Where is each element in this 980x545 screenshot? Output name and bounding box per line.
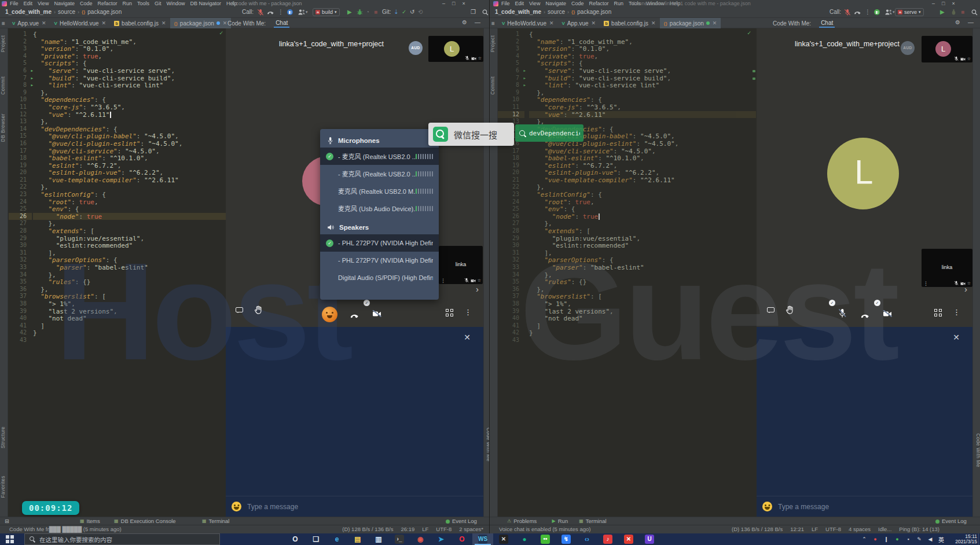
- code-line-37[interactable]: "browserslist": [: [33, 293, 226, 300]
- taskbar-app-fleet[interactable]: ✕: [493, 533, 514, 545]
- code-line-1[interactable]: {: [33, 31, 226, 38]
- microphone-option-4[interactable]: 麦克风 (Usb Audio Device)...: [320, 200, 439, 217]
- code-line-13[interactable]: },: [33, 118, 226, 126]
- device-select-badge[interactable]: ✓: [829, 300, 835, 306]
- code-line-26[interactable]: "node": true: [33, 213, 226, 220]
- gutter-line-20[interactable]: 20: [498, 169, 524, 176]
- camera-off-icon[interactable]: [960, 57, 966, 61]
- tab-close-icon[interactable]: ✕: [42, 20, 46, 26]
- gutter-line-39[interactable]: 39: [498, 308, 524, 315]
- code-line-6[interactable]: "serve": "vue-cli-service serve",: [33, 67, 226, 75]
- menu-refactor[interactable]: Refactor: [589, 0, 608, 7]
- code-line-22[interactable]: },: [33, 183, 226, 191]
- code-line-35[interactable]: "rules": {}: [529, 278, 756, 286]
- gutter-line-25[interactable]: 25: [9, 205, 32, 213]
- code-line-5[interactable]: "scripts": {: [33, 60, 226, 67]
- stop-button[interactable]: ■: [961, 7, 969, 17]
- tab-app-vue[interactable]: VApp.vue✕: [558, 18, 600, 28]
- raise-hand-button[interactable]: [254, 305, 263, 318]
- taskbar-app-chrome[interactable]: ◉: [410, 533, 431, 545]
- gutter-line-12[interactable]: 12: [498, 111, 524, 119]
- tab-close-icon[interactable]: ✕: [592, 20, 596, 26]
- camera-off-icon[interactable]: [471, 278, 476, 283]
- gutter-line-6[interactable]: 6▶: [9, 67, 32, 75]
- gutter-line-5[interactable]: 5: [9, 60, 32, 67]
- status-item[interactable]: UTF-8: [825, 525, 841, 533]
- wechat-search-widget[interactable]: 微信搜一搜: [428, 123, 514, 146]
- gutter-line-37[interactable]: 37: [9, 293, 32, 300]
- breadcrumb-item[interactable]: source: [548, 7, 565, 17]
- minimize-button[interactable]: –: [442, 0, 445, 7]
- restore-layout-icon[interactable]: ❐: [471, 7, 479, 17]
- code-line-4[interactable]: "private": true,: [33, 53, 226, 60]
- code-line-22[interactable]: },: [529, 183, 756, 191]
- camera-off-icon[interactable]: [471, 56, 476, 61]
- gutter-line-35[interactable]: 35: [498, 278, 524, 286]
- code-line-42[interactable]: }: [33, 329, 226, 337]
- hangup-call-icon[interactable]: [854, 7, 861, 17]
- gutter-line-41[interactable]: 41: [9, 322, 32, 330]
- menu-refactor[interactable]: Refactor: [97, 0, 117, 7]
- taskbar-app-purple-app[interactable]: U: [639, 533, 660, 545]
- menu-view[interactable]: View: [529, 0, 540, 7]
- tab-chat[interactable]: Chat: [819, 19, 835, 28]
- mic-off-icon[interactable]: [465, 56, 469, 61]
- gutter-line-18[interactable]: 18: [498, 154, 524, 162]
- taskbar-clock[interactable]: 15:112021/3/15: [946, 534, 977, 544]
- gutter-line-16[interactable]: 16: [9, 140, 32, 148]
- device-select-badge[interactable]: ✓: [874, 300, 880, 306]
- tool-window-button-items[interactable]: ▦Items: [80, 517, 100, 525]
- code-line-16[interactable]: "@vue/cli-plugin-eslint": "~4.5.0",: [33, 140, 226, 148]
- code-line-19[interactable]: "eslint": "^6.7.2",: [529, 162, 756, 170]
- gutter-line-12[interactable]: 12: [9, 111, 32, 119]
- tool-stripe-code-with-me[interactable]: Code With Me: [974, 433, 980, 467]
- code-line-18[interactable]: "babel-eslint": "^10.1.0",: [529, 154, 756, 162]
- status-item[interactable]: 4 spaces: [849, 525, 871, 533]
- chat-message-input[interactable]: Type a message: [778, 503, 829, 511]
- mic-off-icon[interactable]: [954, 281, 959, 286]
- thumbnail-kebab-icon[interactable]: ⋮: [923, 281, 928, 286]
- gutter-line-42[interactable]: 42: [9, 329, 32, 337]
- gutter-line-29[interactable]: 29: [498, 235, 524, 242]
- code-line-9[interactable]: },: [33, 89, 226, 97]
- gutter-line-1[interactable]: 1: [498, 31, 524, 38]
- code-line-18[interactable]: "babel-eslint": "^10.1.0",: [33, 154, 226, 162]
- gutter-line-20[interactable]: 20: [9, 169, 32, 176]
- start-button[interactable]: [6, 535, 14, 543]
- tool-stripe-commit[interactable]: Commit: [490, 76, 498, 95]
- breadcrumb-item[interactable]: 1_code_with_me: [5, 7, 52, 17]
- expand-panel-chevron-icon[interactable]: ›: [476, 284, 479, 294]
- gutter-line-38[interactable]: 38: [498, 300, 524, 308]
- tool-window-button-run[interactable]: ▶Run: [552, 517, 568, 525]
- code-line-27[interactable]: },: [529, 220, 756, 227]
- tab-package-json[interactable]: {}package.json✕: [170, 18, 232, 28]
- gutter-line-39[interactable]: 39: [9, 308, 32, 315]
- run-coverage-button[interactable]: ◔: [366, 7, 374, 17]
- code-line-43[interactable]: [529, 337, 756, 344]
- taskbar-app-red-x-app[interactable]: ✕: [618, 533, 639, 545]
- gutter-line-25[interactable]: 25: [498, 205, 524, 213]
- gutter-line-7[interactable]: 7▶: [498, 75, 524, 82]
- gutter-line-18[interactable]: 18: [9, 154, 32, 162]
- menu-view[interactable]: View: [38, 0, 49, 7]
- tray-volume[interactable]: ◀: [927, 536, 933, 542]
- menu-code[interactable]: Code: [571, 0, 584, 7]
- code-line-10[interactable]: "dependencies": {: [33, 96, 226, 104]
- taskbar-app-vscode[interactable]: ‹›: [577, 533, 597, 545]
- gutter-line-17[interactable]: 17: [9, 148, 32, 155]
- gutter-line-33[interactable]: 33: [9, 264, 32, 271]
- taskbar-app-music-app[interactable]: ♪: [597, 533, 618, 545]
- close-button[interactable]: ×: [462, 0, 465, 7]
- tab-close-icon[interactable]: ✕: [713, 20, 717, 26]
- code-line-5[interactable]: "scripts": {: [529, 60, 756, 67]
- code-line-12[interactable]: "vue": "^2.6.11": [529, 111, 756, 119]
- gutter-line-4[interactable]: 4: [9, 53, 32, 60]
- gutter-line-13[interactable]: 13: [9, 118, 32, 126]
- code-line-11[interactable]: "core-js": "^3.6.5",: [529, 104, 756, 111]
- maximize-button[interactable]: □: [942, 0, 945, 7]
- taskbar-app-file-explorer[interactable]: ▤: [347, 533, 368, 545]
- gutter-line-11[interactable]: 11: [498, 104, 524, 111]
- gutter-line-7[interactable]: 7▶: [9, 75, 32, 82]
- panel-gear-icon[interactable]: ⚙: [462, 19, 467, 25]
- code-line-8[interactable]: "lint": "vue-cli-service lint": [529, 82, 756, 89]
